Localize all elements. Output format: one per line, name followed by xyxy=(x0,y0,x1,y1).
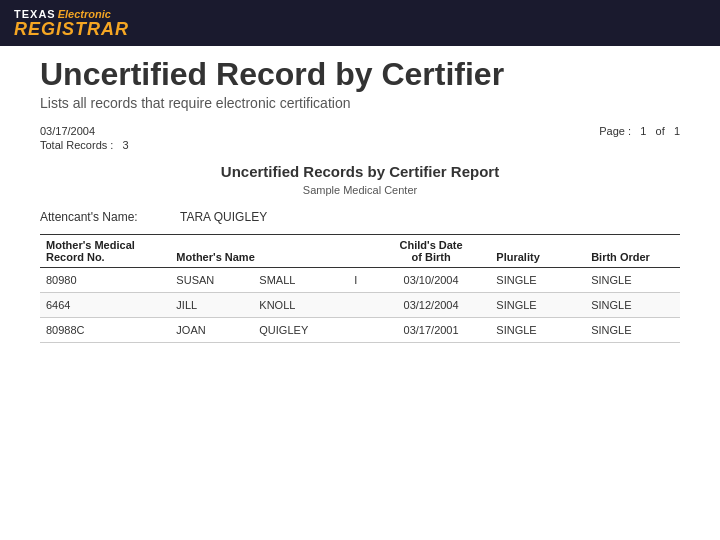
table-body: 80980 SUSAN SMALL I 03/10/2004 SINGLE SI… xyxy=(40,268,680,343)
col-header-record: Mother's MedicalRecord No. xyxy=(40,235,170,268)
col-header-mothers-name: Mother's Name xyxy=(170,235,371,268)
cell-suffix: I xyxy=(348,268,372,293)
cell-dob: 03/12/2004 xyxy=(372,293,491,318)
total-records: Total Records : 3 xyxy=(40,139,680,151)
table-header-row: Mother's MedicalRecord No. Mother's Name… xyxy=(40,235,680,268)
cell-last-name: KNOLL xyxy=(253,293,348,318)
cell-birth-order: SINGLE xyxy=(585,293,680,318)
cell-record-no: 6464 xyxy=(40,293,170,318)
col-header-dob: Child's Dateof Birth xyxy=(372,235,491,268)
report-facility: Sample Medical Center xyxy=(40,184,680,196)
cell-record-no: 80988C xyxy=(40,318,170,343)
cell-first-name: JILL xyxy=(170,293,253,318)
page-subtitle: Lists all records that require electroni… xyxy=(40,95,680,111)
attendant-row: Attencant's Name: TARA QUIGLEY xyxy=(40,210,680,224)
col-header-birthorder: Birth Order xyxy=(585,235,680,268)
main-content: Uncertified Record by Certifier Lists al… xyxy=(0,46,720,353)
cell-birth-order: SINGLE xyxy=(585,268,680,293)
report-date: 03/17/2004 xyxy=(40,125,95,137)
cell-dob: 03/17/2001 xyxy=(372,318,491,343)
cell-record-no: 80980 xyxy=(40,268,170,293)
cell-plurality: SINGLE xyxy=(490,268,585,293)
attendant-value: TARA QUIGLEY xyxy=(180,210,267,224)
cell-suffix xyxy=(348,318,372,343)
report-meta: 03/17/2004 Page : 1 of 1 xyxy=(40,125,680,137)
table-row: 6464 JILL KNOLL 03/12/2004 SINGLE SINGLE xyxy=(40,293,680,318)
cell-suffix xyxy=(348,293,372,318)
logo: TEXAS Electronic REGISTRAR xyxy=(14,8,129,38)
cell-first-name: JOAN xyxy=(170,318,253,343)
cell-birth-order: SINGLE xyxy=(585,318,680,343)
report-table: Mother's MedicalRecord No. Mother's Name… xyxy=(40,234,680,343)
logo-registrar: REGISTRAR xyxy=(14,20,129,38)
cell-last-name: QUIGLEY xyxy=(253,318,348,343)
cell-plurality: SINGLE xyxy=(490,318,585,343)
page-info: Page : 1 of 1 xyxy=(599,125,680,137)
header: TEXAS Electronic REGISTRAR xyxy=(0,0,720,46)
page-title: Uncertified Record by Certifier xyxy=(40,56,680,93)
cell-first-name: SUSAN xyxy=(170,268,253,293)
attendant-label: Attencant's Name: xyxy=(40,210,180,224)
cell-last-name: SMALL xyxy=(253,268,348,293)
table-row: 80980 SUSAN SMALL I 03/10/2004 SINGLE SI… xyxy=(40,268,680,293)
cell-dob: 03/10/2004 xyxy=(372,268,491,293)
table-row: 80988C JOAN QUIGLEY 03/17/2001 SINGLE SI… xyxy=(40,318,680,343)
report-title: Uncertified Records by Certifier Report xyxy=(40,163,680,180)
cell-plurality: SINGLE xyxy=(490,293,585,318)
col-header-plurality: Plurality xyxy=(490,235,585,268)
